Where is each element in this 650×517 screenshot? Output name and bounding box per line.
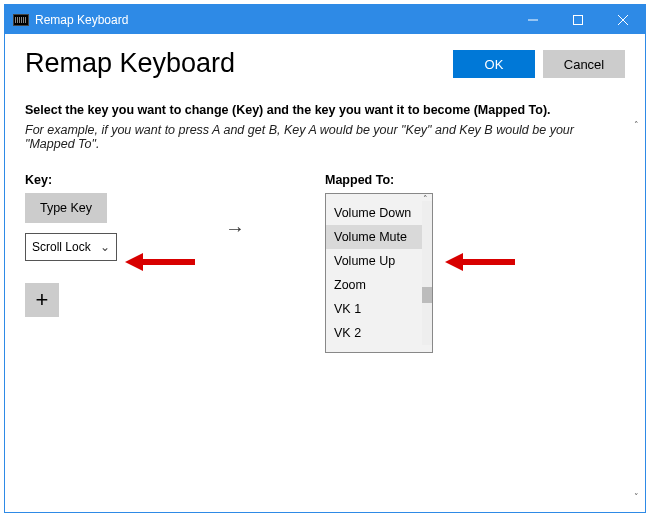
listbox-scrollbar-thumb[interactable]	[422, 287, 432, 303]
window: Remap Keyboard Remap Keyboard OK Cancel …	[4, 4, 646, 513]
close-button[interactable]	[600, 5, 645, 34]
page-scroll-down-icon[interactable]: ˅	[630, 492, 642, 502]
add-mapping-button[interactable]: +	[25, 283, 59, 317]
instruction-primary: Select the key you want to change (Key) …	[25, 103, 625, 117]
listbox-item[interactable]: Zoom	[326, 273, 432, 297]
ok-button[interactable]: OK	[453, 50, 535, 78]
page-title: Remap Keyboard	[25, 48, 235, 79]
mapped-to-listbox[interactable]: ˄ Volume DownVolume MuteVolume UpZoomVK …	[325, 193, 433, 353]
maps-to-arrow-icon: →	[145, 173, 325, 353]
listbox-scrollbar-track[interactable]	[422, 201, 432, 345]
instruction-example: For example, if you want to press A and …	[25, 123, 625, 151]
mapping-row: Key: Type Key Scroll Lock ⌄ + → Mapped T…	[25, 173, 625, 353]
content-area: Remap Keyboard OK Cancel Select the key …	[5, 34, 645, 512]
chevron-down-icon: ⌄	[100, 240, 110, 254]
window-title: Remap Keyboard	[35, 13, 128, 27]
maximize-button[interactable]	[555, 5, 600, 34]
listbox-scroll-down-icon[interactable]: ˅	[326, 345, 432, 352]
titlebar: Remap Keyboard	[5, 5, 645, 34]
keyboard-app-icon	[13, 14, 29, 26]
listbox-item[interactable]: Volume Up	[326, 249, 432, 273]
listbox-item[interactable]: Volume Down	[326, 201, 432, 225]
mapped-column-label: Mapped To:	[325, 173, 495, 187]
key-dropdown[interactable]: Scroll Lock ⌄	[25, 233, 117, 261]
key-dropdown-value: Scroll Lock	[32, 240, 91, 254]
listbox-item[interactable]: VK 2	[326, 321, 432, 345]
svg-rect-1	[573, 15, 582, 24]
key-column-label: Key:	[25, 173, 145, 187]
listbox-scroll-up-icon[interactable]: ˄	[326, 194, 432, 201]
cancel-button[interactable]: Cancel	[543, 50, 625, 78]
page-scrollbar[interactable]: ˄ ˅	[630, 120, 642, 502]
type-key-button[interactable]: Type Key	[25, 193, 107, 223]
listbox-item[interactable]: VK 1	[326, 297, 432, 321]
minimize-button[interactable]	[510, 5, 555, 34]
page-scroll-up-icon[interactable]: ˄	[630, 120, 642, 130]
listbox-item[interactable]: Volume Mute	[326, 225, 432, 249]
